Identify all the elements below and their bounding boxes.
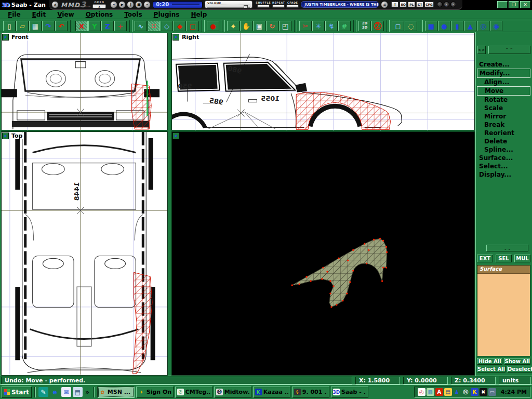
show-all-button[interactable]: Show All	[504, 358, 530, 365]
quicklaunch-ie-icon[interactable]: e	[50, 387, 60, 397]
primitive-geosphere-button[interactable]: ◉	[490, 21, 502, 31]
toolbar-separator[interactable]	[222, 20, 225, 32]
toolbar-separator[interactable]	[70, 20, 73, 32]
volume-knob[interactable]	[244, 5, 248, 8]
import-button[interactable]: ↷	[42, 21, 55, 31]
toolbar-separator[interactable]	[387, 20, 390, 32]
task-winamp[interactable]: ϟ 9. 001 ...	[292, 387, 329, 398]
seek-slider[interactable]	[172, 4, 200, 5]
delete-vertex-button[interactable]: ✂	[299, 21, 312, 31]
sidebar-item-align[interactable]: Align...	[477, 78, 530, 86]
viewport-zoom-icon[interactable]: ⌕	[172, 132, 179, 139]
toolbar-separator[interactable]	[420, 20, 423, 32]
player-prev-button[interactable]: «	[110, 1, 117, 8]
task-cmteg[interactable]: ✆ CMTeg...	[175, 387, 212, 398]
toolbar-separator[interactable]	[202, 20, 205, 32]
sidebar-item-create[interactable]: Create...	[477, 60, 530, 69]
quicklaunch-overflow-chevron[interactable]: »	[84, 389, 90, 396]
viewport-zoom-icon[interactable]: ⌕	[172, 34, 179, 41]
task-midtown[interactable]: Ⓝ Midtow...	[214, 387, 251, 398]
rect-select-button[interactable]: ◻	[392, 21, 404, 31]
toggle-button[interactable]	[257, 5, 270, 8]
task-aim-signon[interactable]: ✦ Sign On	[136, 387, 174, 398]
tray-scheduler-icon[interactable]: ◴	[418, 388, 425, 396]
volume-slider[interactable]	[207, 6, 250, 8]
toggle-button[interactable]	[272, 5, 285, 8]
tray-volume-icon[interactable]: ▥	[427, 388, 434, 396]
snap-grid-button[interactable]: #	[338, 21, 351, 31]
toolbar-separator[interactable]	[129, 20, 132, 32]
pan-tool-button[interactable]: ✋	[240, 21, 252, 31]
player-play-button[interactable]: ▶	[118, 1, 126, 8]
player-pause-button[interactable]: ∥	[127, 1, 134, 8]
menu-view[interactable]: View	[51, 11, 79, 18]
minimize-button[interactable]: _	[497, 1, 508, 8]
quicklaunch-mail-icon[interactable]: ✉	[61, 387, 71, 397]
tray-ati-icon[interactable]: A	[435, 388, 443, 396]
menu-plugins[interactable]: Plugins	[148, 11, 185, 18]
viewport-top[interactable]: 1448 ⌕ Top	[1, 131, 168, 376]
sidebar-item-display[interactable]: Display...	[477, 170, 530, 179]
mul-mode-button[interactable]: MUL	[514, 255, 530, 262]
player-minimize-button[interactable]: –	[437, 2, 443, 7]
tray-n-icon[interactable]: Ⓝ	[462, 388, 470, 396]
object-mode-button[interactable]: □	[187, 21, 199, 31]
viewport-front[interactable]: ⌕ Front	[1, 33, 168, 130]
sidebar-item-scale[interactable]: Scale	[477, 104, 530, 112]
menu-options[interactable]: Options	[80, 11, 119, 18]
sidebar-scroll-up-button[interactable]: ⌃⌃	[488, 46, 530, 54]
tray-messenger-icon[interactable]: ♟	[453, 388, 461, 396]
vertex-mode-button[interactable]: ∷	[148, 21, 160, 31]
material-button[interactable]: ●	[207, 21, 219, 31]
quicklaunch-msn-explorer-icon[interactable]: ✎	[38, 387, 48, 397]
export-button[interactable]: ↶	[55, 21, 68, 31]
sidebar-scroll-down-button[interactable]: ⌄⌄	[486, 245, 528, 251]
surface-list-panel[interactable]: Surface	[477, 265, 530, 356]
player-menu-button[interactable]: ≡	[381, 1, 388, 8]
player-tab-ct[interactable]: CT	[416, 2, 423, 7]
mode-2d3d-toggle[interactable]: 2D 3D	[358, 21, 371, 31]
player-tab-t[interactable]: T	[391, 2, 398, 7]
eject-button[interactable]: ▲	[92, 4, 106, 8]
sidebar-item-delete[interactable]: Delete	[477, 137, 530, 145]
tray-network-icon[interactable]: ▭	[488, 388, 496, 396]
tray-kazaa-icon[interactable]: K	[471, 388, 478, 396]
quicklaunch-desktop-icon[interactable]: ▤	[73, 387, 83, 397]
toggle-button[interactable]	[286, 5, 299, 8]
sidebar-item-spline[interactable]: Spline...	[477, 145, 530, 154]
primitive-sphere-button[interactable]: ●	[438, 21, 450, 31]
task-saab-zmodeler[interactable]: 3D Saab - ...	[331, 387, 368, 398]
menu-file[interactable]: File	[2, 11, 26, 18]
tray-display-icon[interactable]: ▤	[444, 388, 452, 396]
close-button[interactable]: ✕	[520, 1, 530, 8]
attach-spline-button[interactable]: ↯	[325, 21, 338, 31]
player-tab-pl[interactable]: PL	[408, 2, 415, 7]
select-all-button[interactable]: Select All	[477, 366, 506, 373]
sidebar-item-modify[interactable]: Modify...	[477, 69, 530, 78]
axis-vh-toggle[interactable]: +	[114, 21, 127, 31]
player-next-button[interactable]: »	[143, 1, 151, 8]
viewport-zoom-icon[interactable]: ⌕	[2, 132, 9, 139]
circle-select-button[interactable]: ◌	[405, 21, 417, 31]
menu-tools[interactable]: Tools	[118, 11, 148, 18]
save-file-button[interactable]: ▦	[29, 21, 42, 31]
open-file-button[interactable]: ▱	[16, 21, 29, 31]
sidebar-item-move[interactable]: Move	[477, 86, 530, 96]
face-mode-button[interactable]: ◆	[174, 21, 186, 31]
primitive-torus-button[interactable]: ◎	[477, 21, 489, 31]
sidebar-item-select[interactable]: Select...	[477, 162, 530, 170]
sidebar-item-mirror[interactable]: Mirror	[477, 112, 530, 121]
toolbar-separator[interactable]	[353, 20, 356, 32]
edge-mode-button[interactable]: ◇	[161, 21, 173, 31]
player-close-button[interactable]: ✕	[450, 2, 456, 7]
axis-x-toggle[interactable]: X	[75, 21, 88, 31]
spline-edit-button[interactable]: ∿	[135, 21, 147, 31]
menu-edit[interactable]: Edit	[26, 11, 52, 18]
tray-pinwheel-icon[interactable]: ✖	[480, 388, 487, 396]
sidebar-item-rotate[interactable]: Rotate	[477, 96, 530, 104]
zoom-region-button[interactable]: ◰	[279, 21, 291, 31]
deselect-button[interactable]: Deselect	[507, 366, 532, 373]
sidebar-collapse-button[interactable]: <>	[477, 46, 486, 54]
toolbar-separator[interactable]	[294, 20, 297, 32]
start-button[interactable]: Start	[2, 387, 32, 398]
